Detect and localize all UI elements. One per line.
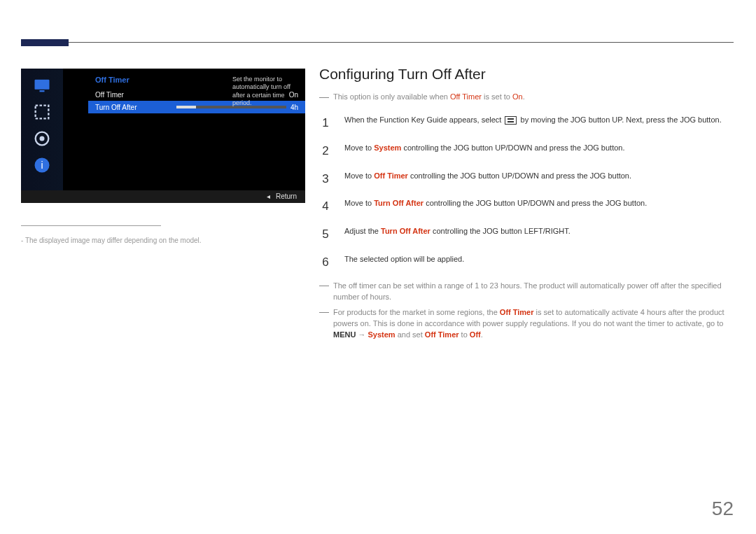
step-text: The selected option will be applied. [344, 254, 734, 265]
svg-rect-1 [40, 90, 45, 92]
image-caption: The displayed image may differ depending… [21, 237, 202, 244]
svg-rect-0 [35, 80, 50, 90]
content-column: Configuring Turn Off After This option i… [319, 66, 734, 340]
svg-rect-2 [36, 106, 49, 119]
availability-note: This option is only available when Off T… [319, 92, 734, 101]
step-number: 6 [319, 254, 332, 271]
footnote-text: The off timer can be set within a range … [333, 281, 734, 303]
header-accent [21, 39, 69, 46]
svg-point-4 [40, 136, 45, 141]
step-1: 1 When the Function Key Guide appears, s… [319, 109, 734, 137]
osd-row-label: Off Timer [95, 91, 172, 99]
step-text: Move to Turn Off After controlling the J… [344, 198, 734, 209]
step-2: 2 Move to System controlling the JOG but… [319, 137, 734, 165]
footnote-regional: For products for the market in some regi… [319, 307, 734, 341]
info-icon: i [32, 155, 52, 175]
step-5: 5 Adjust the Turn Off After controlling … [319, 220, 734, 248]
note-dash-icon [319, 97, 329, 98]
step-text: Move to Off Timer controlling the JOG bu… [344, 171, 734, 181]
step-number: 4 [319, 198, 332, 215]
menu-icon [505, 116, 517, 125]
page-heading: Configuring Turn Off After [319, 66, 734, 83]
footnote-text: For products for the market in some regi… [333, 307, 734, 341]
osd-screenshot: i Off Timer Off Timer On Turn Off After … [21, 69, 305, 203]
header-rule [69, 42, 734, 43]
note-text: This option is only available when Off T… [333, 92, 525, 101]
monitor-icon [32, 76, 52, 95]
step-text: Adjust the Turn Off After controlling th… [344, 226, 734, 237]
osd-return-label: Return [276, 192, 297, 200]
gear-icon [32, 129, 52, 148]
svg-text:i: i [41, 160, 43, 171]
caption-rule [21, 225, 161, 226]
step-number: 2 [319, 143, 332, 160]
osd-sidebar: i [21, 69, 63, 203]
note-dash-icon [319, 312, 329, 313]
page-number: 52 [712, 498, 734, 520]
step-6: 6 The selected option will be applied. [319, 248, 734, 276]
footnote-range: The off timer can be set within a range … [319, 281, 734, 303]
step-number: 3 [319, 171, 332, 188]
step-3: 3 Move to Off Timer controlling the JOG … [319, 165, 734, 193]
step-text: Move to System controlling the JOG butto… [344, 143, 734, 153]
step-number: 1 [319, 115, 332, 132]
note-dash-icon [319, 286, 329, 286]
step-number: 5 [319, 226, 332, 243]
osd-row-label: Turn Off After [95, 104, 172, 111]
osd-help-text: Set the monitor to automatically turn of… [232, 76, 297, 107]
step-4: 4 Move to Turn Off After controlling the… [319, 192, 734, 220]
step-text: When the Function Key Guide appears, sel… [344, 115, 734, 125]
frame-icon [32, 102, 52, 122]
osd-footer: Return [21, 190, 305, 203]
